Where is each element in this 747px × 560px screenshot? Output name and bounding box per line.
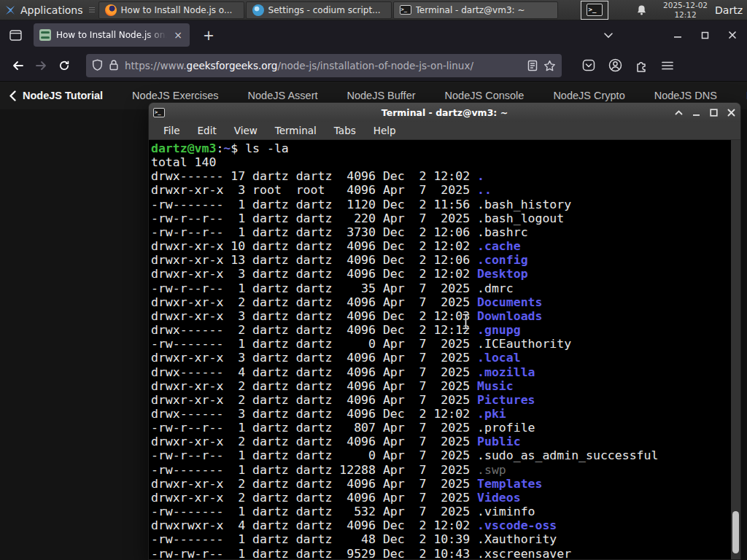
file-name: .viminfo (477, 505, 535, 518)
terminal-output-line: drwx------ 4 dartz dartz 4096 Apr 7 2025… (151, 365, 740, 379)
file-name: .Xauthority (477, 532, 557, 546)
url-bar[interactable]: https://www.geeksforgeeks.org/node-js/in… (86, 54, 562, 77)
terminal-output-line: -rw------- 1 dartz dartz 532 Apr 7 2025 … (151, 505, 740, 518)
terminal-output-line: drwxr-xr-x 3 dartz dartz 4096 Dec 2 12:0… (151, 309, 740, 323)
terminal-output-line: -rw-r--r-- 1 dartz dartz 807 Apr 7 2025 … (151, 421, 740, 435)
menu-view[interactable]: View (225, 125, 266, 136)
terminal-output-line: drwxr-xr-x 3 dartz dartz 4096 Apr 7 2025… (151, 351, 740, 365)
terminal-output-line: drwxr-xr-x 2 dartz dartz 4096 Apr 7 2025… (151, 295, 740, 309)
terminal-output-line: -rw-r--r-- 1 dartz dartz 35 Apr 7 2025 .… (151, 281, 740, 295)
directory-name: Documents (477, 295, 542, 309)
applications-menu-button[interactable]: Applications (0, 0, 89, 20)
directory-name: Desktop (477, 267, 528, 281)
terminal-output-line: drwxr-xr-x 3 dartz dartz 4096 Dec 2 12:0… (151, 267, 740, 281)
terminal-scrollbar[interactable] (731, 140, 740, 560)
sitenav-item-dns[interactable]: NodeJS DNS (654, 90, 717, 101)
terminal-menubar: File Edit View Terminal Tabs Help (149, 122, 740, 140)
terminal-titlebar[interactable]: >_ Terminal - dartz@vm3: ~ (149, 103, 740, 122)
terminal-output-line: drwxr-xr-x 2 dartz dartz 4096 Apr 7 2025… (151, 393, 740, 407)
terminal-icon: >_ (400, 5, 411, 15)
shade-window-icon[interactable] (673, 107, 684, 117)
directory-name: .mozilla (477, 365, 535, 379)
directory-name: .pki (477, 407, 506, 421)
terminal-output-line: drwxr-xr-x 13 dartz dartz 4096 Dec 2 12:… (151, 253, 740, 267)
taskbar-item-firefox[interactable]: How to Install Node.js o... (98, 1, 244, 19)
terminal-output-line: drwxr-xr-x 2 dartz dartz 4096 Apr 7 2025… (151, 491, 740, 505)
back-icon[interactable] (6, 55, 29, 77)
geeksforgeeks-favicon (39, 29, 51, 41)
pocket-icon[interactable] (582, 59, 595, 71)
menu-help[interactable]: Help (365, 125, 405, 136)
panel-handle[interactable] (89, 4, 95, 17)
forward-icon[interactable] (29, 55, 53, 77)
sitenav-item-console[interactable]: NodeJS Console (445, 90, 525, 101)
terminal-launcher[interactable]: >_ (581, 1, 608, 20)
sitenav-item-buffer[interactable]: NodeJS Buffer (347, 90, 416, 101)
firefox-view-icon[interactable] (4, 25, 26, 45)
terminal-output-line: drwxr-xr-x 2 dartz dartz 4096 Apr 7 2025… (151, 379, 740, 393)
account-icon[interactable] (608, 58, 622, 72)
sitenav-item-tutorial[interactable]: NodeJS Tutorial (23, 90, 103, 101)
taskbar-item-label: How to Install Node.js o... (121, 5, 238, 15)
terminal-screen[interactable]: dartz@vm3:~$ ls -la total 140 drwx------… (149, 140, 740, 560)
sitenav-item-exercises[interactable]: NodeJS Exercises (132, 90, 218, 101)
maximize-window-icon[interactable] (708, 107, 719, 117)
panel-user-label[interactable]: Dartz (715, 4, 743, 16)
firefox-icon (105, 4, 117, 16)
window-maximize-icon[interactable] (701, 31, 709, 39)
file-name: .xscreensaver (477, 547, 571, 560)
tab-close-icon[interactable]: × (172, 29, 184, 41)
menu-edit[interactable]: Edit (189, 125, 225, 136)
panel-clock[interactable]: 2025-12-02 12:12 (663, 1, 708, 18)
reload-icon[interactable] (53, 55, 76, 77)
sitenav-item-assert[interactable]: NodeJS Assert (248, 90, 318, 101)
taskbar-item-codium[interactable]: Settings - codium script... (246, 1, 392, 19)
lock-icon[interactable] (109, 59, 119, 71)
notification-bell-icon[interactable] (636, 4, 647, 16)
file-name: .bashrc (477, 225, 528, 239)
directory-name: Pictures (477, 393, 535, 407)
file-name: .profile (477, 421, 535, 435)
directory-name: .gnupg (477, 323, 521, 337)
clock-time: 12:12 (663, 10, 708, 19)
taskbar-item-label: Terminal - dartz@vm3: ~ (416, 5, 551, 15)
menu-tabs[interactable]: Tabs (325, 125, 365, 136)
file-name: .sudo_as_admin_successful (477, 448, 658, 462)
terminal-output-line: -rw------- 1 dartz dartz 0 Apr 7 2025 .I… (151, 337, 740, 351)
list-all-tabs-icon[interactable] (603, 32, 614, 39)
terminal-output-line: -rw-rw-r-- 1 dartz dartz 9529 Dec 2 10:4… (151, 547, 740, 560)
tracking-shield-icon[interactable] (92, 59, 103, 71)
window-minimize-icon[interactable] (673, 31, 682, 39)
directory-name: Public (477, 435, 521, 448)
menu-terminal[interactable]: Terminal (266, 125, 325, 136)
applications-icon (4, 4, 16, 16)
file-name: .bash_logout (477, 211, 564, 225)
applications-label: Applications (20, 4, 83, 16)
terminal-icon: >_ (153, 108, 165, 117)
directory-name: Templates (477, 477, 542, 491)
minimize-window-icon[interactable] (691, 107, 701, 117)
directory-name: . (477, 169, 484, 183)
menu-file[interactable]: File (155, 125, 189, 136)
sitenav-item-crypto[interactable]: NodeJS Crypto (553, 90, 624, 101)
bookmark-star-icon[interactable] (543, 60, 556, 71)
scrollbar-thumb[interactable] (732, 511, 739, 553)
window-close-icon[interactable] (728, 31, 737, 39)
terminal-output-line: -rw-r--r-- 1 dartz dartz 0 Apr 7 2025 .s… (151, 448, 740, 462)
close-window-icon[interactable] (726, 107, 736, 117)
directory-name: .. (477, 183, 492, 197)
directory-name: .local (477, 351, 521, 365)
file-name: .bash_history (477, 198, 571, 211)
directory-name: .cache (477, 239, 521, 253)
taskbar-item-terminal[interactable]: >_ Terminal - dartz@vm3: ~ (393, 1, 558, 19)
terminal-output-line: -rw------- 1 dartz dartz 12288 Apr 7 202… (151, 463, 740, 477)
browser-tab[interactable]: How to Install Node.js on... × (34, 23, 190, 47)
new-tab-button[interactable]: + (198, 27, 219, 43)
terminal-output-line: drwxr-xr-x 10 dartz dartz 4096 Dec 2 12:… (151, 239, 740, 253)
menu-icon[interactable] (662, 61, 673, 71)
reader-mode-icon[interactable] (527, 60, 538, 71)
tab-bar: How to Install Node.js on... × + (0, 20, 747, 50)
extensions-icon[interactable] (635, 59, 649, 72)
terminal-output-line: drwxr-xr-x 3 root root 4096 Apr 7 2025 .… (151, 183, 740, 197)
nav-scroll-left-icon[interactable] (9, 90, 17, 101)
